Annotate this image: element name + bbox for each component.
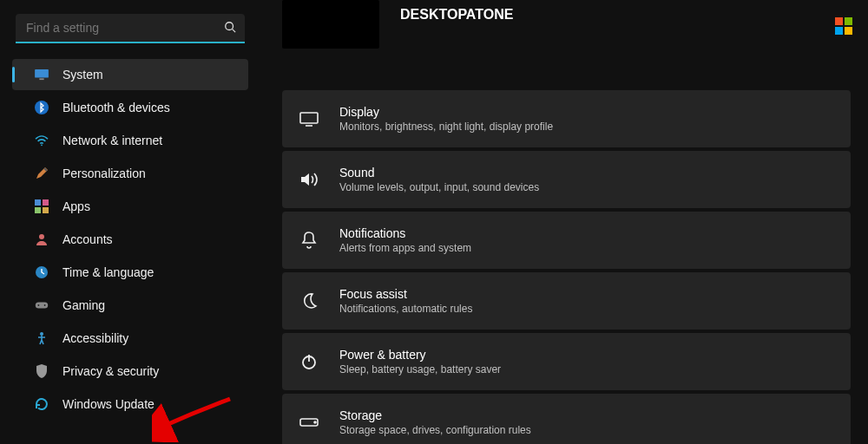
gamepad-icon (33, 297, 50, 314)
sound-icon (298, 168, 320, 191)
svg-point-14 (44, 304, 46, 306)
content-area: DESKTOPATONE Display Monitors, brightnes… (282, 0, 868, 444)
bluetooth-icon (33, 99, 50, 116)
person-icon (33, 231, 50, 248)
card-focus-assist[interactable]: Focus assist Notifications, automatic ru… (282, 272, 851, 330)
nav-item-accounts[interactable]: Accounts (12, 224, 248, 255)
nav-label: Personalization (62, 166, 146, 180)
card-sound[interactable]: Sound Volume levels, output, input, soun… (282, 151, 851, 208)
power-icon (298, 350, 320, 373)
accessibility-icon (33, 330, 50, 347)
sidebar: System Bluetooth & devices Network & int… (0, 0, 260, 444)
nav-label: Network & internet (62, 134, 162, 147)
nav-item-apps[interactable]: Apps (12, 191, 248, 222)
profile-name: DESKTOPATONE (400, 7, 513, 23)
nav-label: Accessibility (62, 331, 128, 345)
nav-label: Privacy & security (62, 364, 159, 378)
search-icon (224, 21, 236, 36)
nav-item-network[interactable]: Network & internet (12, 125, 248, 156)
storage-icon (298, 411, 320, 434)
bell-icon (298, 229, 320, 251)
svg-point-13 (38, 304, 40, 306)
card-title: Notifications (339, 226, 471, 240)
nav-label: Gaming (62, 298, 105, 312)
card-title: Display (339, 105, 553, 119)
shield-icon (33, 362, 50, 380)
nav-label: System (62, 68, 103, 82)
card-storage[interactable]: Storage Storage space, drives, configura… (282, 394, 851, 444)
nav-label: Bluetooth & devices (62, 101, 170, 114)
svg-point-0 (226, 22, 233, 29)
nav-label: Windows Update (62, 397, 155, 411)
svg-point-5 (41, 144, 43, 146)
card-subtitle: Notifications, automatic rules (339, 303, 472, 315)
nav-item-personalization[interactable]: Personalization (12, 158, 248, 189)
display-icon (298, 108, 320, 130)
header: DESKTOPATONE (282, 0, 868, 61)
svg-rect-6 (35, 199, 41, 206)
card-subtitle: Volume levels, output, input, sound devi… (339, 181, 539, 193)
svg-rect-12 (36, 302, 48, 308)
card-subtitle: Monitors, brightness, night light, displ… (339, 121, 553, 133)
svg-rect-2 (35, 69, 49, 78)
profile-picture[interactable] (282, 0, 379, 49)
card-notifications[interactable]: Notifications Alerts from apps and syste… (282, 212, 851, 269)
nav-item-gaming[interactable]: Gaming (12, 290, 248, 321)
nav-item-bluetooth[interactable]: Bluetooth & devices (12, 92, 248, 123)
update-icon (33, 395, 50, 413)
svg-rect-16 (300, 113, 318, 123)
svg-point-10 (39, 234, 44, 239)
microsoft-logo-icon[interactable] (835, 17, 852, 35)
nav-item-privacy[interactable]: Privacy & security (12, 356, 248, 387)
card-subtitle: Alerts from apps and system (339, 242, 471, 254)
nav-label: Time & language (62, 265, 154, 279)
svg-point-21 (314, 421, 316, 423)
card-power-battery[interactable]: Power & battery Sleep, battery usage, ba… (282, 333, 851, 390)
svg-point-15 (40, 332, 43, 336)
card-title: Focus assist (339, 287, 472, 301)
apps-icon (33, 198, 50, 215)
nav-list: System Bluetooth & devices Network & int… (0, 59, 260, 420)
search-input[interactable] (24, 20, 224, 36)
card-display[interactable]: Display Monitors, brightness, night ligh… (282, 90, 851, 147)
search-box[interactable] (16, 14, 245, 43)
svg-line-1 (233, 29, 236, 32)
nav-item-windows-update[interactable]: Windows Update (12, 388, 248, 420)
moon-icon (298, 290, 320, 312)
svg-rect-7 (43, 199, 49, 206)
nav-item-time-language[interactable]: Time & language (12, 257, 248, 288)
card-title: Sound (339, 166, 539, 180)
monitor-icon (33, 66, 50, 83)
card-title: Power & battery (339, 348, 501, 362)
wifi-icon (33, 132, 50, 149)
nav-label: Accounts (62, 232, 113, 246)
clock-icon (33, 264, 50, 281)
card-subtitle: Sleep, battery usage, battery saver (339, 363, 501, 375)
nav-label: Apps (62, 199, 90, 213)
svg-rect-8 (35, 207, 41, 213)
svg-rect-3 (39, 78, 43, 80)
svg-rect-9 (43, 207, 49, 213)
brush-icon (33, 165, 50, 182)
card-title: Storage (339, 408, 531, 422)
nav-item-accessibility[interactable]: Accessibility (12, 323, 248, 354)
card-subtitle: Storage space, drives, configuration rul… (339, 424, 531, 436)
nav-item-system[interactable]: System (12, 59, 248, 90)
